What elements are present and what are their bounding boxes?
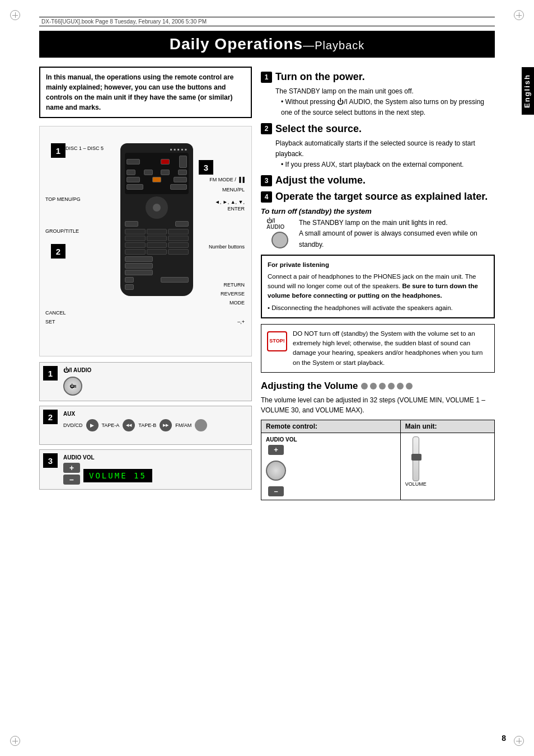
warning-box: In this manual, the operations using the… (39, 67, 252, 118)
volume-display: VOLUME 15 (83, 469, 152, 482)
vol-minus-btn[interactable]: – (63, 475, 80, 485)
vol-slider-handle (411, 454, 421, 461)
standby-heading: To turn off (standby) the system (261, 207, 495, 215)
remote-num-clear[interactable] (168, 249, 189, 255)
remote-btn-4[interactable] (178, 170, 187, 175)
vol-plus-btn[interactable]: + (63, 463, 80, 473)
stop-icon: STOP! (267, 331, 287, 351)
power-button-visual[interactable]: ⏻/I (63, 377, 82, 396)
remote-transport-left[interactable] (127, 177, 140, 182)
remote-group-title[interactable] (125, 221, 138, 227)
remote-bottom-row1 (125, 256, 189, 262)
step2-title: Select the source. (275, 123, 362, 135)
vol-dot-4 (388, 383, 395, 389)
remote-menu-btn[interactable] (170, 184, 187, 190)
tapeb-btn[interactable] (160, 419, 172, 431)
adjusting-volume-heading: Adjusting the Volume (261, 381, 358, 392)
label-set: SET (45, 319, 55, 325)
remote-transport-stop[interactable] (152, 177, 161, 182)
remote-btn-1[interactable] (127, 170, 135, 175)
remote-num-0[interactable] (125, 249, 146, 255)
remote-top-area (125, 153, 189, 194)
standby-section: ⏻/I AUDIO The STANDBY lamp on the main u… (261, 218, 495, 250)
remote-num-6[interactable] (168, 236, 189, 241)
remote-num-9[interactable] (168, 242, 189, 248)
remote-nav-center[interactable] (153, 204, 161, 212)
remote-cancel[interactable] (125, 277, 134, 283)
step1-heading: 1 Turn on the power. (261, 71, 495, 83)
remote-num-3[interactable] (168, 229, 189, 234)
left-column: In this manual, the operations using the… (39, 67, 252, 500)
step-num-1: 1 (261, 72, 272, 83)
remote-num-7[interactable] (125, 242, 146, 248)
remote-btn-disc[interactable] (127, 159, 140, 165)
step1-body: The STANDBY lamp on the main unit goes o… (261, 86, 495, 119)
fmam-btn[interactable] (195, 419, 207, 431)
private-box: For private listening Connect a pair of … (261, 255, 495, 318)
remote-btn-2[interactable] (144, 170, 153, 175)
vol-main-slider[interactable] (413, 436, 419, 481)
corner-mark-br (514, 736, 524, 746)
english-tab: English (522, 67, 534, 115)
remote-num-x[interactable] (147, 249, 167, 255)
vol-description: The volume level can be adjusted in 32 s… (261, 395, 495, 415)
remote-vol-btns: + – (266, 445, 286, 496)
vol-dot-5 (397, 383, 404, 389)
remote-num-4[interactable] (125, 236, 146, 241)
step2-content: AUX DVD/CD TAPE-A TAPE-B FM/AM (63, 411, 246, 431)
remote-brand: ■■■■■ (125, 148, 189, 151)
remote-top-menu-btn[interactable] (127, 184, 143, 190)
remote-vol-knob[interactable] (266, 461, 286, 481)
page-container: English DX-T66[UGUX].book Page 8 Tuesday… (0, 0, 534, 756)
vol-table-col1: Remote control: (261, 420, 401, 433)
remote-number-area[interactable] (175, 221, 189, 227)
label-disc: DISC 1 – DISC 5 (65, 145, 104, 151)
remote-vol-plus[interactable]: + (268, 445, 284, 455)
corner-mark-tl (10, 10, 20, 20)
source-dvdcd: DVD/CD (63, 422, 83, 428)
label-group-title: GROUP/TITLE (45, 228, 79, 234)
remote-mode[interactable] (125, 270, 153, 275)
step1-badge: 1 (43, 366, 58, 381)
remote-reverse[interactable] (125, 263, 153, 269)
remote-btn-audio[interactable] (161, 159, 170, 165)
remote-btn-3[interactable] (161, 170, 170, 175)
step2-badge: 2 (43, 410, 58, 424)
remote-diagram-area: 1 2 ■■■■■ (39, 126, 252, 356)
vol-btn-visual: + – (63, 463, 80, 485)
vol-remote-cell: AUDIO VOL + – (261, 433, 401, 500)
audio-label: ⏻/I AUDIO (266, 218, 293, 230)
remote-vol-minus[interactable]: – (268, 486, 284, 496)
vol-dot-1 (361, 383, 368, 389)
label-enter-arrows: ◄, ►, ▲, ▼,ENTER (215, 199, 245, 212)
remote-num-2[interactable] (147, 229, 167, 234)
step-num-2: 2 (261, 123, 272, 134)
remote-num-1[interactable] (125, 229, 146, 234)
remote-transport-right[interactable] (174, 177, 187, 182)
remote-num-5[interactable] (147, 236, 167, 241)
remote-bottom-row2 (125, 263, 189, 269)
warning-text: In this manual, the operations using the… (46, 72, 245, 112)
remote-btn-tv[interactable] (179, 156, 187, 168)
remote-minus-plus[interactable] (161, 277, 189, 283)
step2-aux-label: AUX (63, 411, 246, 417)
step3-heading: 3 Adjust the volume. (261, 175, 495, 186)
step3-content: AUDIO VOL + – VOLUME 15 (63, 454, 246, 485)
vol-main-cell: VOLUME (400, 433, 494, 500)
remote-num-8[interactable] (147, 242, 167, 248)
step2-bullet-1: If you press AUX, start playback on the … (281, 159, 495, 170)
vol-remote-label: AUDIO VOL (266, 436, 297, 443)
volume-table: Remote control: Main unit: AUDIO VOL + (261, 420, 495, 500)
step-badge-2: 2 (51, 244, 65, 259)
tapea-btn[interactable] (123, 419, 135, 431)
remote-return[interactable] (125, 256, 153, 262)
remote-nav-pad[interactable] (146, 196, 168, 219)
label-mode: MODE (229, 300, 245, 306)
step4-title: Operate the target source as explained l… (275, 191, 488, 203)
remote-set[interactable] (125, 284, 134, 290)
dvdcd-play-btn[interactable] (86, 419, 99, 431)
step2-sub-diagram: 2 AUX DVD/CD TAPE-A TAPE-B FM/AM (39, 406, 252, 445)
step3-vol-label: AUDIO VOL (63, 454, 246, 461)
private-box-title: For private listening (268, 260, 488, 270)
audio-btn-circle[interactable] (271, 232, 288, 248)
